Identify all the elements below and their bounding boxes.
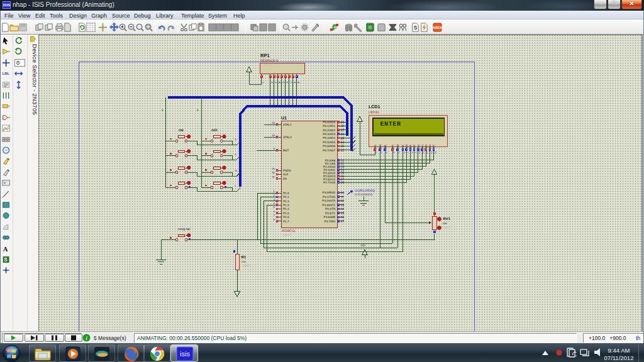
- svg-text:P0.7/AD7: P0.7/AD7: [323, 149, 335, 152]
- svg-text:30: 30: [272, 171, 275, 174]
- svg-text:RESPACK-8: RESPACK-8: [260, 59, 278, 63]
- svg-text:P0.5/AD5: P0.5/AD5: [323, 141, 335, 144]
- svg-text:n: n: [235, 153, 237, 156]
- svg-text:PSEN: PSEN: [283, 169, 291, 172]
- svg-text:1: 1: [262, 82, 265, 84]
- svg-text:P3.0/RXD: P3.0/RXD: [323, 191, 336, 194]
- svg-text:P1.6: P1.6: [283, 216, 289, 219]
- svg-text:RP1: RP1: [260, 53, 270, 58]
- svg-text:P3.7/RD: P3.7/RD: [325, 220, 336, 223]
- svg-text:10: 10: [418, 151, 421, 154]
- svg-text:31: 31: [272, 175, 275, 178]
- svg-text:37: 37: [341, 129, 345, 133]
- svg-text:2: 2: [270, 82, 274, 84]
- svg-text:P3.4/T0: P3.4/T0: [325, 207, 336, 211]
- svg-text:ON: ON: [179, 129, 184, 133]
- svg-text:LM016L: LM016L: [369, 111, 380, 114]
- svg-text:36: 36: [341, 133, 345, 136]
- svg-text:P0.1/AD1: P0.1/AD1: [323, 124, 335, 128]
- svg-text:9: 9: [414, 152, 417, 153]
- svg-text:3: 3: [274, 82, 277, 84]
- svg-text:2: 2: [274, 194, 275, 197]
- svg-text:8: 8: [293, 82, 296, 84]
- svg-text:XTAL1: XTAL1: [283, 123, 292, 126]
- svg-text:7: 7: [274, 214, 275, 217]
- svg-text:8: 8: [274, 218, 275, 221]
- svg-text:4: 4: [274, 202, 275, 205]
- svg-text:cong tac: cong tac: [178, 228, 191, 231]
- svg-text:10: 10: [341, 191, 345, 195]
- svg-text:m: m: [235, 169, 238, 172]
- svg-text:12: 12: [426, 151, 428, 154]
- svg-text:XTAL2: XTAL2: [283, 136, 292, 139]
- svg-text:7: 7: [289, 82, 292, 84]
- svg-text:34: 34: [341, 141, 345, 145]
- svg-text:P0.3/AD3: P0.3/AD3: [323, 133, 335, 136]
- svg-text:R1: R1: [242, 255, 247, 260]
- svg-text:9: 9: [274, 147, 275, 150]
- svg-text:AT89C51: AT89C51: [282, 229, 296, 233]
- svg-text:2: 2: [380, 152, 382, 153]
- svg-text:V=0.0259151: V=0.0259151: [355, 193, 373, 197]
- svg-text:OFF: OFF: [211, 129, 218, 133]
- svg-text:10k: 10k: [242, 260, 247, 263]
- svg-text:P0.6/AD6: P0.6/AD6: [323, 145, 335, 148]
- svg-text:U1(P3.0/RXD): U1(P3.0/RXD): [355, 189, 375, 193]
- svg-text:1: 1: [274, 190, 275, 193]
- svg-text:RV1: RV1: [443, 217, 451, 221]
- svg-text:7: 7: [406, 152, 409, 153]
- svg-text:33: 33: [341, 145, 345, 148]
- svg-text:P1.0: P1.0: [283, 192, 289, 195]
- svg-text:P0.4/AD4: P0.4/AD4: [323, 136, 335, 140]
- svg-text:P3.6/WR: P3.6/WR: [324, 216, 336, 219]
- svg-text:P3.3/INT1: P3.3/INT1: [322, 204, 335, 207]
- svg-text:P3.5/T1: P3.5/T1: [325, 212, 336, 215]
- svg-text:RST: RST: [283, 149, 289, 152]
- svg-text:P1.2: P1.2: [283, 200, 289, 203]
- svg-text:32: 32: [341, 149, 345, 153]
- svg-text:28: 28: [341, 181, 345, 185]
- svg-text:8: 8: [411, 152, 413, 153]
- svg-text:1: 1: [375, 152, 377, 153]
- svg-text:11: 11: [422, 151, 425, 154]
- svg-text:+5V: +5V: [360, 244, 366, 247]
- svg-text:13: 13: [341, 204, 345, 207]
- svg-text:0: 0: [197, 109, 199, 112]
- svg-text:6: 6: [286, 82, 289, 84]
- svg-text:14: 14: [434, 151, 436, 154]
- svg-text:3: 3: [274, 198, 275, 201]
- svg-text:ENTER: ENTER: [380, 121, 401, 128]
- svg-text:P1.4: P1.4: [283, 207, 289, 211]
- svg-text:17: 17: [341, 220, 345, 224]
- svg-text:4: 4: [392, 152, 395, 153]
- svg-text:15: 15: [341, 212, 345, 216]
- svg-text:18: 18: [272, 134, 275, 137]
- svg-text:<TEXT>: <TEXT>: [282, 233, 292, 236]
- svg-text:16: 16: [341, 216, 345, 219]
- svg-text:19: 19: [272, 121, 275, 124]
- svg-text:U1: U1: [281, 116, 287, 121]
- svg-text:P3.2/INT0: P3.2/INT0: [322, 199, 335, 202]
- svg-text:9: 9: [297, 82, 300, 84]
- svg-text:14: 14: [341, 207, 345, 211]
- svg-text:5: 5: [274, 206, 275, 209]
- svg-text:<TEXT>: <TEXT>: [262, 64, 272, 67]
- svg-text:29: 29: [272, 167, 275, 170]
- svg-text:P1.3: P1.3: [283, 204, 289, 207]
- svg-text:11: 11: [341, 195, 344, 199]
- svg-text:5: 5: [397, 152, 400, 153]
- svg-text:P0.0/AD0: P0.0/AD0: [323, 121, 335, 124]
- svg-text:t: t: [235, 184, 236, 187]
- svg-text:3: 3: [385, 152, 387, 153]
- svg-text:isis: isis: [180, 350, 190, 358]
- svg-text:P0.2/AD2: P0.2/AD2: [323, 129, 335, 132]
- svg-text:35: 35: [341, 137, 345, 141]
- svg-text:13: 13: [430, 151, 433, 154]
- svg-text:38: 38: [341, 124, 345, 128]
- svg-text:0: 0: [162, 109, 164, 112]
- svg-text:P1.1: P1.1: [283, 195, 289, 199]
- svg-text:EA: EA: [283, 177, 287, 180]
- svg-text:E: E: [401, 145, 404, 146]
- svg-text:4: 4: [278, 82, 281, 84]
- svg-text:P1.7: P1.7: [283, 220, 289, 223]
